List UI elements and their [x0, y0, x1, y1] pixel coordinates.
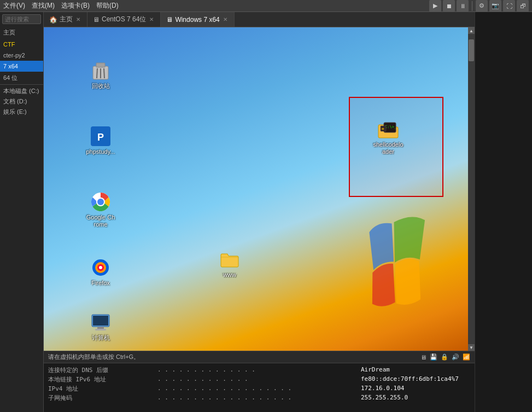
scroll-track[interactable]: [468, 34, 475, 344]
status-text: 请在虚拟机内部单击或按 Ctrl+G。: [48, 353, 139, 361]
status-icon-4[interactable]: 🔊: [452, 353, 459, 361]
net-subnet-dots: . . . . . . . . . . . . . . . . . . .: [157, 394, 361, 402]
tab-home-close[interactable]: ✕: [75, 16, 81, 22]
net-ipv6-value: fe80::ddce:70ff:6dbf:1ca4%7: [361, 375, 470, 384]
menu-tabs[interactable]: 选项卡(B): [61, 1, 90, 10]
tab-centos-label: CentOS 7 64位: [102, 15, 146, 24]
sidebar-item-cter[interactable]: cter-py2: [0, 50, 43, 61]
sidebar-search-container: [0, 12, 43, 26]
phpstudy-icon[interactable]: P phpstudy...: [83, 123, 118, 158]
sidebar: 主页 CTF cter-py2 7 x64 64 位 本地磁盘 (C:) 文档 …: [0, 12, 44, 412]
net-row-ipv4: IPv4 地址 . . . . . . . . . . . . . . . . …: [48, 384, 470, 393]
svg-rect-16: [97, 327, 104, 329]
recycle-bin-image: [90, 60, 112, 82]
win7-desktop[interactable]: 回收站 P phpstudy...: [44, 27, 468, 351]
sidebar-item-ctf[interactable]: CTF: [0, 39, 43, 50]
drive-list: 本地磁盘 (C:) 文档 (D:) 娱乐 (E:): [0, 84, 43, 118]
net-subnet-value: 255.255.255.0: [361, 394, 470, 402]
firefox-image: [90, 257, 112, 278]
computer-label: 计算机: [92, 334, 110, 341]
drive-c[interactable]: 本地磁盘 (C:): [0, 86, 43, 96]
app-container: 文件(V) 查找(M) 选项卡(B) 帮助(D) ▶ ⏹ ⏸ ⚙ 📷 ⛶ 🗗 主…: [0, 0, 532, 412]
windows-flag: [315, 192, 457, 334]
www-folder-image: [219, 248, 241, 270]
window-icon[interactable]: 🗗: [517, 0, 529, 12]
search-input[interactable]: [2, 14, 41, 24]
svg-text:≡: ≡: [382, 126, 384, 131]
computer-icon[interactable]: 计算机: [83, 309, 118, 344]
recycle-bin-icon[interactable]: 回收站: [83, 57, 118, 92]
svg-rect-17: [95, 329, 106, 330]
menu-find[interactable]: 查找(M): [32, 1, 55, 10]
firefox-icon[interactable]: Firefox: [83, 254, 118, 289]
firefox-label: Firefox: [91, 280, 110, 287]
scroll-up-arrow[interactable]: ▲: [468, 27, 475, 34]
status-icon-5[interactable]: 📶: [463, 353, 470, 361]
home-tab-icon: 🏠: [49, 16, 57, 24]
menu-help[interactable]: 帮助(D): [96, 1, 119, 10]
phpstudy-image: P: [90, 125, 112, 147]
centos-tab-icon: 🖥: [93, 16, 100, 24]
svg-line-2: [97, 68, 97, 78]
pause-icon[interactable]: ⏸: [457, 0, 469, 12]
vm-viewport[interactable]: 回收站 P phpstudy...: [44, 27, 468, 351]
drive-e[interactable]: 娱乐 (E:): [0, 107, 43, 117]
tab-centos[interactable]: 🖥 CentOS 7 64位 ✕: [87, 12, 161, 27]
tab-win7[interactable]: 🖥 Windows 7 x64 ✕: [161, 12, 234, 27]
play-icon[interactable]: ▶: [429, 0, 441, 12]
status-icon-1[interactable]: 🖥: [420, 354, 426, 361]
scroll-down-arrow[interactable]: ▼: [468, 344, 475, 351]
drive-d[interactable]: 文档 (D:): [0, 96, 43, 107]
svg-point-9: [97, 199, 104, 205]
vm-settings-icon[interactable]: ⚙: [476, 0, 488, 12]
status-icon-3[interactable]: 🔒: [441, 353, 448, 361]
net-row-dns: 连接特定的 DNS 后缀 . . . . . . . . . . . . . .…: [48, 365, 470, 375]
svg-text:P: P: [97, 132, 104, 143]
toolbar-sep-1: [472, 1, 472, 11]
tab-centos-close[interactable]: ✕: [148, 16, 155, 22]
tab-home[interactable]: 🏠 主页 ✕: [44, 12, 87, 27]
tab-bar: 🏠 主页 ✕ 🖥 CentOS 7 64位 ✕ 🖥 Windows 7 x64 …: [44, 12, 475, 27]
svg-rect-1: [96, 63, 105, 67]
scroll-thumb[interactable]: [469, 39, 474, 61]
sidebar-item-win7[interactable]: 7 x64: [0, 61, 43, 72]
viewport-row: 回收站 P phpstudy...: [44, 27, 475, 351]
net-dns-value: AirDream: [361, 366, 470, 374]
status-bar: 请在虚拟机内部单击或按 Ctrl+G。 🖥 💾 🔒 🔊 📶: [44, 351, 475, 363]
body: 主页 CTF cter-py2 7 x64 64 位 本地磁盘 (C:) 文档 …: [0, 12, 532, 412]
recycle-bin-label: 回收站: [92, 83, 110, 90]
right-panel: [475, 12, 532, 412]
svg-text:C:\>_: C:\>_: [385, 125, 397, 129]
net-subnet-label: 子网掩码: [48, 394, 157, 402]
net-ipv6-dots: . . . . . . . . . . . . .: [157, 375, 361, 384]
tab-home-label: 主页: [60, 15, 73, 24]
svg-line-4: [104, 68, 104, 78]
computer-image: [90, 311, 112, 333]
google-chrome-image: [90, 191, 112, 213]
vm-scrollbar: ▲ ▼: [468, 27, 475, 351]
snapshot-icon[interactable]: 📷: [489, 0, 501, 12]
sidebar-item-centos64[interactable]: 64 位: [0, 72, 43, 84]
net-ipv4-label: IPv4 地址: [48, 385, 157, 393]
vm-area: 🏠 主页 ✕ 🖥 CentOS 7 64位 ✕ 🖥 Windows 7 x64 …: [44, 12, 475, 412]
shellcodeloader-icon[interactable]: C:\>_ ≡ shellcodeloader: [371, 116, 406, 158]
tab-win7-label: Windows 7 x64: [175, 16, 219, 24]
www-folder-icon[interactable]: www: [212, 246, 247, 281]
net-row-subnet: 子网掩码 . . . . . . . . . . . . . . . . . .…: [48, 393, 470, 403]
stop-icon[interactable]: ⏹: [443, 0, 455, 12]
menu-bar: 文件(V) 查找(M) 选项卡(B) 帮助(D) ▶ ⏹ ⏸ ⚙ 📷 ⛶ 🗗: [0, 0, 532, 12]
svg-rect-15: [93, 316, 108, 326]
menu-file[interactable]: 文件(V): [3, 1, 25, 10]
fullscreen-icon[interactable]: ⛶: [503, 0, 515, 12]
phpstudy-label: phpstudy...: [86, 148, 115, 155]
win7-tab-icon: 🖥: [166, 16, 173, 24]
sidebar-item-home[interactable]: 主页: [0, 26, 43, 39]
network-panel: 连接特定的 DNS 后缀 . . . . . . . . . . . . . .…: [44, 363, 475, 412]
net-dns-label: 连接特定的 DNS 后缀: [48, 366, 157, 374]
net-ipv4-value: 172.16.0.104: [361, 385, 470, 393]
www-folder-label: www: [223, 271, 236, 278]
google-chrome-icon[interactable]: Google Chrome: [83, 189, 118, 230]
status-icon-2[interactable]: 💾: [430, 353, 437, 361]
tab-win7-close[interactable]: ✕: [222, 16, 229, 22]
net-ipv6-label: 本地链接 IPv6 地址: [48, 375, 157, 384]
